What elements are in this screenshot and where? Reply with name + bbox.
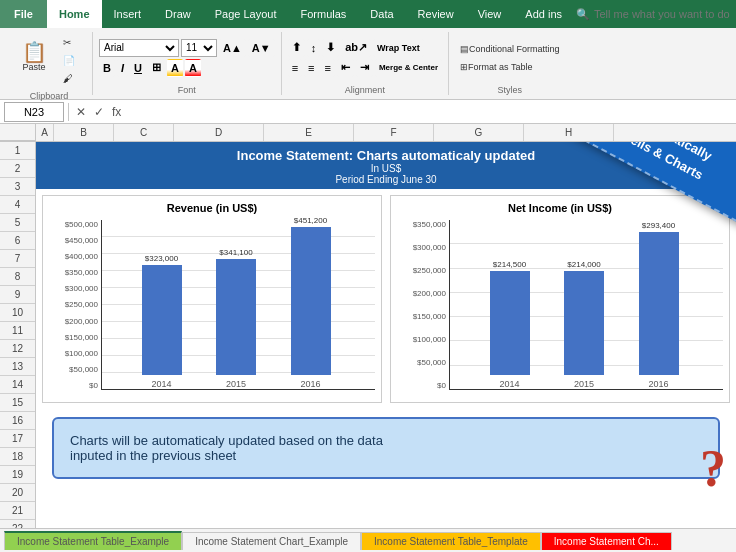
font-size-select[interactable]: 11 [181, 39, 217, 57]
cancel-formula-icon[interactable]: ✕ [73, 105, 89, 119]
align-center-button[interactable]: ≡ [304, 59, 318, 77]
row-4: 4 [0, 196, 35, 214]
search-icon: 🔍 [576, 8, 590, 21]
tab-draw[interactable]: Draw [153, 0, 203, 28]
font-color-button[interactable]: A [185, 59, 201, 77]
align-left-button[interactable]: ≡ [288, 59, 302, 77]
col-header-a: A [36, 124, 54, 141]
tab-view[interactable]: View [466, 0, 514, 28]
indent-decrease-button[interactable]: ⇤ [337, 59, 354, 77]
net-income-val-2015: $214,000 [567, 260, 600, 269]
tab-data[interactable]: Data [358, 0, 405, 28]
conditional-icon: ▤ [460, 44, 469, 54]
indent-increase-button[interactable]: ⇥ [356, 59, 373, 77]
net-income-chart-area: $350,000 $300,000 $250,000 $200,000 $150… [397, 220, 723, 390]
row-2: 2 [0, 160, 35, 178]
ribbon-tabs: File Home Insert Draw Page Layout Formul… [0, 0, 736, 28]
row-10: 10 [0, 304, 35, 322]
row-1: 1 [0, 142, 35, 160]
col-headers-container: A B C D E F G H [0, 124, 736, 142]
net-income-bar-2016-bar [639, 232, 679, 375]
chart-header: Income Statement: Charts automaticaly up… [36, 142, 736, 189]
format-painter-icon: 🖌 [63, 73, 73, 84]
alignment-row-1: ⬆ ↕ ⬇ ab↗ Wrap Text [288, 39, 442, 57]
row-17: 17 [0, 430, 35, 448]
main-area: A B C D E F G H 1 2 3 4 5 6 7 8 9 10 11 … [0, 124, 736, 528]
font-family-select[interactable]: Arial [99, 39, 179, 57]
styles-group: ▤ Conditional Formatting ⊞ Format as Tab… [449, 32, 571, 95]
tab-income-example[interactable]: Income Statement Table_Example [4, 531, 182, 550]
ribbon: File Home Insert Draw Page Layout Formul… [0, 0, 736, 100]
revenue-label-2016: 2016 [300, 379, 320, 389]
styles-label: Styles [498, 83, 523, 95]
formula-bar: ✕ ✓ fx [0, 100, 736, 124]
conditional-formatting-button[interactable]: ▤ Conditional Formatting [455, 41, 565, 57]
fill-color-button[interactable]: A [167, 59, 183, 77]
alignment-content: ⬆ ↕ ⬇ ab↗ Wrap Text ≡ ≡ ≡ ⇤ ⇥ Merge & Ce… [288, 32, 442, 83]
font-label: Font [178, 83, 196, 95]
fx-icon[interactable]: fx [109, 105, 124, 119]
align-middle-button[interactable]: ↕ [307, 39, 321, 57]
tab-insert[interactable]: Insert [102, 0, 154, 28]
net-income-bar-2014: $214,500 2014 [490, 260, 530, 389]
tab-income-chart-template[interactable]: Income Statement Ch... [541, 532, 672, 550]
col-header-d: D [174, 124, 264, 141]
info-line2: inputed in the previous sheet [70, 448, 236, 463]
revenue-bar-2016: $451,200 2016 [291, 216, 331, 389]
decrease-font-button[interactable]: A▼ [248, 39, 275, 57]
sheet-area: 1 2 3 4 5 6 7 8 9 10 11 12 13 14 15 16 1… [0, 142, 736, 528]
align-bottom-button[interactable]: ⬇ [322, 39, 339, 57]
tab-review[interactable]: Review [406, 0, 466, 28]
underline-button[interactable]: U [130, 59, 146, 77]
tab-formulas[interactable]: Formulas [288, 0, 358, 28]
revenue-bars: $323,000 2014 $341,100 2015 [101, 220, 375, 390]
col-header-g: G [434, 124, 524, 141]
revenue-val-2014: $323,000 [145, 254, 178, 263]
revenue-val-2015: $341,100 [219, 248, 252, 257]
align-right-button[interactable]: ≡ [321, 59, 335, 77]
cut-button[interactable]: ✂ [58, 34, 86, 51]
orientation-button[interactable]: ab↗ [341, 39, 371, 57]
chart-main-title: Income Statement: Charts automaticaly up… [36, 148, 736, 163]
tab-income-template[interactable]: Income Statement Table_Template [361, 532, 541, 550]
net-income-label-2015: 2015 [574, 379, 594, 389]
chart-subtitle1: In US$ [36, 163, 736, 174]
tab-file[interactable]: File [0, 0, 47, 28]
confirm-formula-icon[interactable]: ✓ [91, 105, 107, 119]
clipboard-content: 📋 Paste ✂ 📄 🖌 [12, 32, 86, 89]
format-table-button[interactable]: ⊞ Format as Table [455, 59, 537, 75]
tab-home[interactable]: Home [47, 0, 102, 28]
align-top-button[interactable]: ⬆ [288, 39, 305, 57]
net-income-bar-2016: $293,400 2016 [639, 221, 679, 389]
cell-reference-input[interactable] [4, 102, 64, 122]
net-income-chart: Net Income (in US$) $350,000 $300,000 $2… [390, 195, 730, 403]
revenue-chart: Revenue (in US$) $500,000 $450,000 $400,… [42, 195, 382, 403]
copy-button[interactable]: 📄 [58, 52, 86, 69]
clipboard-label: Clipboard [30, 89, 69, 101]
revenue-bar-2014: $323,000 2014 [142, 254, 182, 389]
tab-addins[interactable]: Add ins [513, 0, 574, 28]
merge-center-button[interactable]: Merge & Center [375, 59, 442, 77]
tell-me-input[interactable] [594, 8, 732, 20]
row-16: 16 [0, 412, 35, 430]
tab-income-chart[interactable]: Income Statement Chart_Example [182, 532, 361, 550]
col-header-b: B [54, 124, 114, 141]
row-3: 3 [0, 178, 35, 196]
formula-input[interactable] [128, 102, 732, 122]
net-income-bars: $214,500 2014 $214,000 2015 [449, 220, 723, 390]
border-button[interactable]: ⊞ [148, 59, 165, 77]
bold-button[interactable]: B [99, 59, 115, 77]
format-painter-button[interactable]: 🖌 [58, 70, 86, 87]
italic-button[interactable]: I [117, 59, 128, 77]
net-income-bar-2014-bar [490, 271, 530, 375]
row-18: 18 [0, 448, 35, 466]
alignment-label: Alignment [345, 83, 385, 95]
font-content: Arial 11 A▲ A▼ B I U ⊞ A A [99, 32, 275, 83]
formula-divider [68, 103, 69, 121]
revenue-val-2016: $451,200 [294, 216, 327, 225]
paste-button[interactable]: 📋 Paste [12, 39, 56, 83]
tab-page-layout[interactable]: Page Layout [203, 0, 289, 28]
net-income-val-2016: $293,400 [642, 221, 675, 230]
increase-font-button[interactable]: A▲ [219, 39, 246, 57]
wrap-text-button[interactable]: Wrap Text [373, 39, 424, 57]
